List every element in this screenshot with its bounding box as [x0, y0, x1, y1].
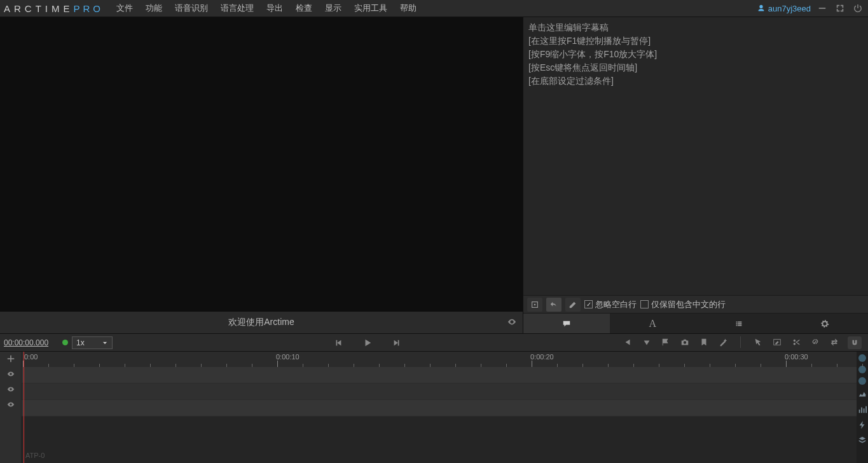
menu-check[interactable]: 检查 [289, 0, 319, 17]
toolbar-undo-button[interactable] [546, 298, 561, 312]
track-visibility-3[interactable] [5, 399, 17, 410]
mark-out-down-button[interactable] [641, 336, 652, 348]
playhead[interactable] [24, 352, 24, 463]
spectrum-button[interactable] [857, 404, 868, 415]
style-a-icon: A [649, 318, 656, 329]
timeline: 0:00 0:00:10 0:00:20 0:00:30 ATP-0 [0, 351, 868, 463]
timecode-display[interactable]: 00:00:00.000 [3, 338, 59, 347]
power-button[interactable] [851, 2, 864, 15]
user-name: aun7yj3eed [768, 4, 811, 13]
user-badge[interactable]: aun7yj3eed [757, 4, 811, 13]
menu-function[interactable]: 功能 [139, 0, 169, 17]
layers-button[interactable] [857, 434, 868, 446]
menu-help[interactable]: 帮助 [394, 0, 423, 17]
ruler-tick [582, 364, 583, 367]
bolt-button[interactable] [857, 419, 868, 431]
ruler-tick [481, 364, 481, 367]
script-line: [在底部设定过滤条件] [528, 74, 863, 88]
bolt-icon [858, 420, 867, 429]
svg-point-2 [534, 303, 536, 305]
link-icon [811, 338, 820, 347]
track-1[interactable] [22, 367, 857, 384]
waveform-button[interactable] [857, 389, 868, 400]
scissors-icon [792, 338, 801, 347]
menu-file[interactable]: 文件 [110, 0, 139, 17]
ruler-tick [277, 361, 278, 367]
video-preview[interactable] [0, 17, 523, 312]
logo-suffix: PRO [74, 3, 104, 14]
track-visibility-2[interactable] [5, 384, 17, 395]
ruler-tick [811, 364, 812, 367]
side-dot-1[interactable] [858, 354, 866, 362]
welcome-text: 欢迎使用Arctime [228, 317, 294, 328]
tab-settings[interactable] [782, 314, 869, 333]
ruler-tick [761, 364, 761, 367]
timeline-body[interactable]: 0:00 0:00:10 0:00:20 0:00:30 ATP-0 [22, 352, 857, 463]
tab-subtitle[interactable] [523, 314, 610, 333]
ruler-tick [862, 364, 863, 367]
link-tool[interactable] [809, 336, 821, 348]
ruler-label: 0:00 [24, 353, 38, 361]
ruler-tick [328, 364, 329, 367]
ignore-blank-checkbox[interactable]: ✓ 忽略空白行 [584, 299, 637, 310]
ruler-label: 0:00:10 [276, 353, 300, 361]
ruler-label: 0:00:30 [785, 353, 808, 361]
minimize-button[interactable] [816, 2, 829, 15]
track-3[interactable] [22, 400, 857, 417]
cut-tool[interactable] [790, 336, 802, 348]
menu-export[interactable]: 导出 [260, 0, 289, 17]
triangle-down-icon [642, 338, 651, 347]
add-track-button[interactable] [5, 353, 17, 364]
snapshot-button[interactable] [679, 336, 691, 348]
script-line: [按Esc键将焦点返回时间轴] [528, 61, 863, 74]
menu-language[interactable]: 语言处理 [214, 0, 260, 17]
ruler-tick [150, 364, 151, 367]
ruler-tick [735, 364, 736, 367]
track-2[interactable] [22, 384, 857, 400]
menu-tools[interactable]: 实用工具 [348, 0, 394, 17]
bookmark-button[interactable] [698, 336, 710, 348]
toolbar-goto-button[interactable] [527, 298, 542, 312]
track-visibility-1[interactable] [5, 368, 17, 380]
menu-list: 文件 功能 语音识别 语言处理 导出 检查 显示 实用工具 帮助 [110, 0, 423, 17]
eye-icon [507, 317, 516, 326]
pointer-tool[interactable] [752, 336, 764, 348]
next-frame-button[interactable] [391, 337, 403, 349]
ruler-tick [404, 364, 405, 367]
magnet-tool[interactable] [848, 336, 862, 349]
timeline-track-controls [0, 352, 22, 463]
flag-button[interactable] [660, 336, 672, 348]
tab-list[interactable] [696, 314, 782, 333]
tab-style[interactable]: A [610, 314, 696, 333]
preview-visibility-toggle[interactable] [507, 317, 516, 328]
menu-display[interactable]: 显示 [319, 0, 348, 17]
edit-tool[interactable] [771, 336, 783, 348]
ruler-tick [455, 364, 456, 367]
svg-rect-0 [819, 8, 826, 9]
prev-frame-button[interactable] [333, 337, 344, 349]
timeline-ruler[interactable]: 0:00 0:00:10 0:00:20 0:00:30 [22, 352, 857, 367]
maximize-icon [836, 4, 844, 13]
ignore-blank-label: 忽略空白行 [595, 299, 637, 310]
chinese-only-checkbox[interactable]: 仅保留包含中文的行 [640, 299, 726, 310]
mark-in-button[interactable] [622, 336, 633, 348]
swap-tool[interactable] [829, 336, 840, 348]
side-dot-3[interactable] [858, 377, 866, 385]
toolbar-edit-button[interactable] [565, 298, 581, 312]
timeline-empty-area[interactable]: ATP-0 [22, 417, 857, 463]
ruler-tick [48, 364, 49, 367]
ruler-tick [710, 364, 710, 367]
main-area: 欢迎使用Arctime 单击这里编辑字幕稿 [在这里按F1键控制播放与暂停] [… [0, 17, 868, 333]
play-icon [363, 338, 372, 347]
ruler-tick [201, 364, 202, 367]
timeline-watermark: ATP-0 [25, 452, 45, 459]
speed-select[interactable]: 1x [72, 336, 113, 349]
status-dot [62, 340, 68, 345]
wand-button[interactable] [717, 336, 729, 348]
maximize-button[interactable] [834, 2, 846, 15]
script-editor[interactable]: 单击这里编辑字幕稿 [在这里按F1键控制播放与暂停] [按F9缩小字体，按F10… [523, 17, 868, 295]
script-line: 单击这里编辑字幕稿 [528, 21, 863, 34]
menu-speech[interactable]: 语音识别 [169, 0, 214, 17]
play-button[interactable] [362, 337, 373, 349]
ruler-tick [303, 364, 303, 367]
